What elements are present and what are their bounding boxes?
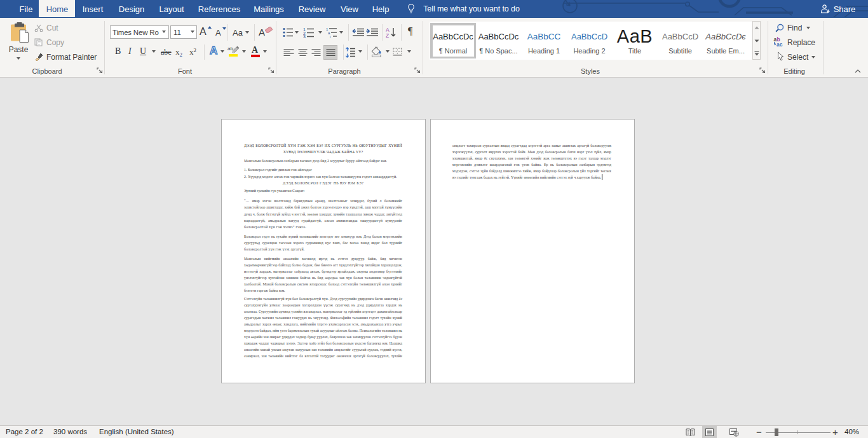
svg-text:Z: Z <box>386 32 389 38</box>
svg-text:3: 3 <box>303 34 306 38</box>
svg-text:ac: ac <box>776 41 783 47</box>
svg-text:i: i <box>330 35 330 39</box>
svg-text:ab: ab <box>227 46 233 51</box>
